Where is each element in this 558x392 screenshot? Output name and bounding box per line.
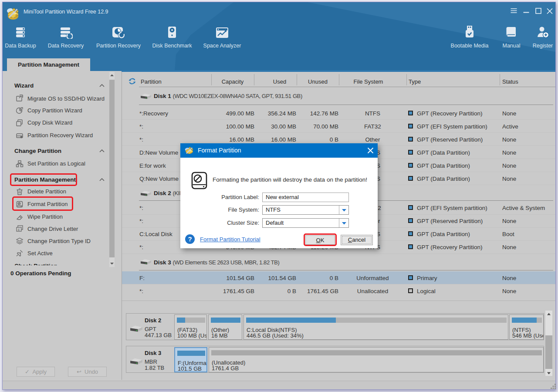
svg-text:E: E (18, 228, 20, 231)
